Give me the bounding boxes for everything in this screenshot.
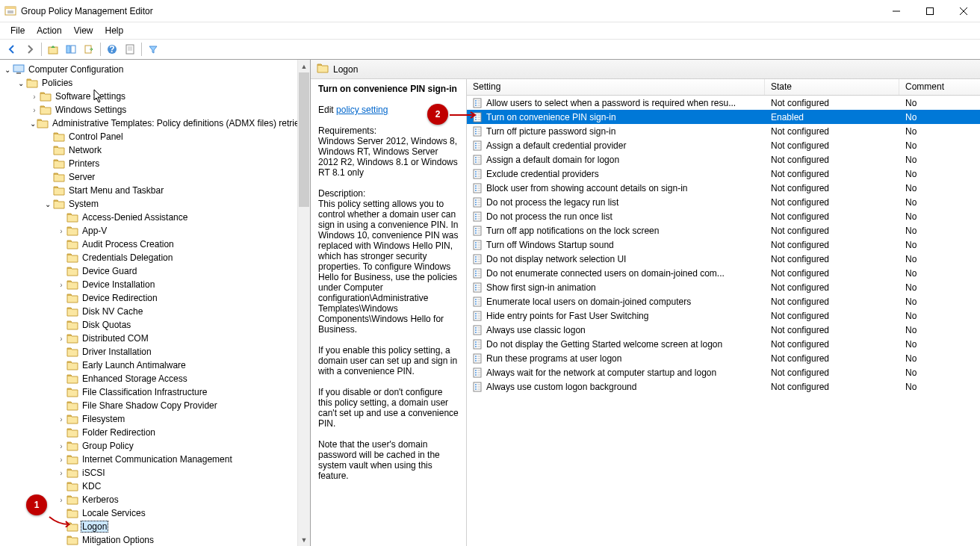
tree-server[interactable]: Server: [3, 170, 310, 184]
show-hide-tree-button[interactable]: [62, 40, 80, 58]
setting-row[interactable]: Allow users to select when a password is…: [467, 96, 980, 110]
tree-expander-icon[interactable]: ⌄: [3, 66, 12, 74]
tree-kdc[interactable]: KDC: [3, 480, 310, 493]
setting-row[interactable]: Do not process the run once listNot conf…: [467, 209, 980, 223]
maximize-button[interactable]: [913, 0, 946, 22]
tree-expander-icon[interactable]: ›: [57, 415, 66, 424]
tree-policies[interactable]: ⌄Policies: [3, 76, 310, 90]
menu-help[interactable]: Help: [99, 24, 130, 37]
navigation-tree[interactable]: ⌄Computer Configuration⌄Policies›Softwar…: [0, 60, 310, 546]
tree-expander-icon[interactable]: ⌄: [30, 120, 36, 128]
setting-row[interactable]: Assign a default domain for logonNot con…: [467, 152, 980, 167]
description-paragraph: If you disable or don't configure this p…: [318, 387, 459, 429]
setting-row[interactable]: Turn on convenience PIN sign-inEnabledNo: [467, 110, 980, 124]
policy-setting-icon: [471, 338, 483, 350]
setting-row[interactable]: Turn off Windows Startup soundNot config…: [467, 238, 980, 252]
setting-comment: No: [899, 325, 980, 335]
tree-device-redirection[interactable]: Device Redirection: [3, 291, 310, 305]
setting-row[interactable]: Run these programs at user logonNot conf…: [467, 351, 980, 365]
tree-device-guard[interactable]: Device Guard: [3, 264, 310, 278]
tree-file-classification-infrastructure[interactable]: File Classification Infrastructure: [3, 385, 310, 399]
tree-expander-icon[interactable]: ›: [57, 442, 66, 450]
tree-computer-configuration[interactable]: ⌄Computer Configuration: [3, 63, 310, 76]
tree-kerberos[interactable]: ›Kerberos: [3, 493, 310, 506]
setting-row[interactable]: Turn off app notifications on the lock s…: [467, 223, 980, 238]
scroll-down-icon[interactable]: ▼: [298, 533, 310, 546]
tree-printers[interactable]: Printers: [3, 157, 310, 170]
tree-filesystem[interactable]: ›Filesystem: [3, 412, 310, 426]
tree-distributed-com[interactable]: ›Distributed COM: [3, 332, 310, 345]
setting-row[interactable]: Hide entry points for Fast User Switchin…: [467, 308, 980, 323]
setting-row[interactable]: Always use custom logon backgroundNot co…: [467, 379, 980, 394]
column-state[interactable]: State: [765, 79, 899, 95]
setting-row[interactable]: Always wait for the network at computer …: [467, 365, 980, 379]
tree-iscsi[interactable]: ›iSCSI: [3, 466, 310, 480]
tree-audit-process-creation[interactable]: Audit Process Creation: [3, 238, 310, 251]
tree-item-label: Access-Denied Assistance: [81, 212, 189, 223]
tree-expander-icon[interactable]: ›: [30, 93, 39, 101]
tree-group-policy[interactable]: ›Group Policy: [3, 439, 310, 453]
scroll-thumb[interactable]: [299, 72, 309, 207]
scroll-up-icon[interactable]: ▲: [298, 60, 310, 72]
setting-row[interactable]: Show first sign-in animationNot configur…: [467, 280, 980, 294]
setting-row[interactable]: Do not process the legacy run listNot co…: [467, 195, 980, 209]
tree-expander-icon[interactable]: ⌄: [16, 79, 25, 87]
tree-driver-installation[interactable]: Driver Installation: [3, 345, 310, 359]
up-button[interactable]: [44, 40, 62, 58]
tree-access-denied-assistance[interactable]: Access-Denied Assistance: [3, 211, 310, 224]
column-setting[interactable]: Setting: [467, 79, 765, 95]
tree-windows-settings[interactable]: ›Windows Settings: [3, 103, 310, 117]
tree-expander-icon[interactable]: ›: [57, 496, 66, 504]
menu-file[interactable]: File: [4, 24, 31, 37]
tree-disk-nv-cache[interactable]: Disk NV Cache: [3, 305, 310, 318]
setting-row[interactable]: Exclude credential providersNot configur…: [467, 167, 980, 181]
tree-control-panel[interactable]: Control Panel: [3, 130, 310, 143]
tree-device-installation[interactable]: ›Device Installation: [3, 278, 310, 291]
setting-name: Turn off Windows Startup sound: [486, 240, 765, 250]
tree-expander-icon[interactable]: ⌄: [43, 200, 52, 208]
tree-network[interactable]: Network: [3, 143, 310, 157]
setting-row[interactable]: Enumerate local users on domain-joined c…: [467, 294, 980, 308]
tree-disk-quotas[interactable]: Disk Quotas: [3, 318, 310, 332]
tree-software-settings[interactable]: ›Software Settings: [3, 90, 310, 103]
setting-row[interactable]: Do not display the Getting Started welco…: [467, 337, 980, 351]
settings-list-body[interactable]: Allow users to select when a password is…: [467, 96, 980, 546]
tree-expander-icon[interactable]: ›: [57, 227, 66, 235]
tree-expander-icon[interactable]: ›: [30, 106, 39, 114]
setting-row[interactable]: Block user from showing account details …: [467, 181, 980, 195]
tree-enhanced-storage-access[interactable]: Enhanced Storage Access: [3, 372, 310, 385]
tree-expander-icon[interactable]: ›: [57, 335, 66, 343]
tree-admin-templates[interactable]: ⌄Administrative Templates: Policy defini…: [3, 117, 310, 130]
properties-button[interactable]: [121, 40, 139, 58]
tree-folder-redirection[interactable]: Folder Redirection: [3, 426, 310, 439]
column-comment[interactable]: Comment: [899, 79, 980, 95]
setting-row[interactable]: Do not display network selection UINot c…: [467, 252, 980, 266]
tree-expander-icon[interactable]: ›: [57, 469, 66, 477]
setting-row[interactable]: Always use classic logonNot configuredNo: [467, 323, 980, 337]
setting-row[interactable]: Assign a default credential providerNot …: [467, 138, 980, 152]
setting-row[interactable]: Turn off picture password sign-inNot con…: [467, 124, 980, 138]
edit-policy-setting-link[interactable]: policy setting: [336, 105, 388, 115]
tree-credentials-delegation[interactable]: Credentials Delegation: [3, 251, 310, 264]
filter-button[interactable]: [144, 40, 162, 58]
tree-app-v[interactable]: ›App-V: [3, 224, 310, 238]
back-button[interactable]: [3, 40, 21, 58]
tree-file-share-shadow-copy-provider[interactable]: File Share Shadow Copy Provider: [3, 399, 310, 412]
tree-mitigation-options[interactable]: Mitigation Options: [3, 533, 310, 546]
close-button[interactable]: [946, 0, 980, 22]
tree-expander-icon[interactable]: ›: [57, 281, 66, 289]
tree-internet-communication-management[interactable]: ›Internet Communication Management: [3, 453, 310, 466]
tree-system[interactable]: ⌄System: [3, 197, 310, 211]
menu-view[interactable]: View: [68, 24, 99, 37]
export-list-button[interactable]: [80, 40, 98, 58]
forward-button[interactable]: [21, 40, 39, 58]
tree-scrollbar[interactable]: ▲ ▼: [297, 60, 310, 546]
tree-early-launch-antimalware[interactable]: Early Launch Antimalware: [3, 359, 310, 372]
tree-start-menu-taskbar[interactable]: Start Menu and Taskbar: [3, 184, 310, 197]
menu-action[interactable]: Action: [31, 24, 67, 37]
help-button[interactable]: ?: [103, 40, 121, 58]
setting-row[interactable]: Do not enumerate connected users on doma…: [467, 266, 980, 280]
minimize-button[interactable]: [879, 0, 913, 22]
tree-expander-icon[interactable]: ›: [57, 456, 66, 464]
settings-list: Setting State Comment Allow users to sel…: [466, 79, 980, 546]
